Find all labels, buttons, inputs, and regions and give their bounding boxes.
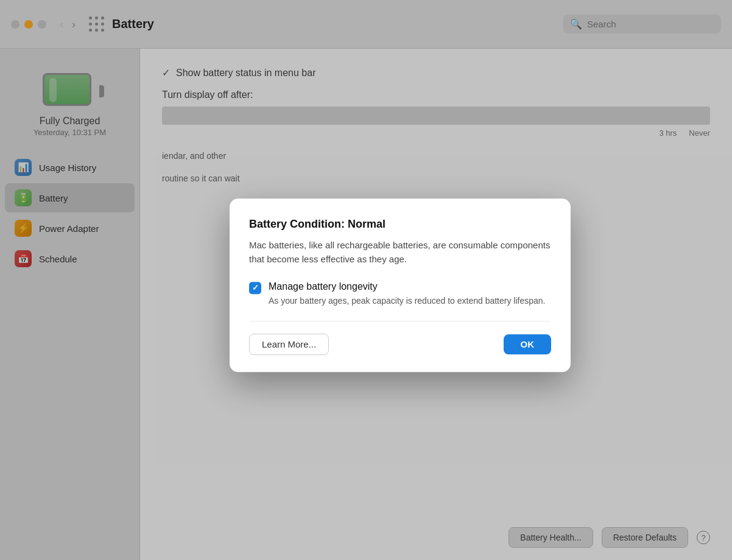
modal-title: Battery Condition: Normal bbox=[249, 218, 551, 231]
ok-button[interactable]: OK bbox=[504, 334, 552, 354]
main-window: ‹ › Battery 🔍 bbox=[0, 0, 732, 560]
checkbox-sublabel: As your battery ages, peak capacity is r… bbox=[269, 295, 551, 307]
learn-more-button[interactable]: Learn More... bbox=[249, 334, 329, 355]
manage-battery-row: ✓ Manage battery longevity As your batte… bbox=[249, 281, 551, 307]
modal-dialog: Battery Condition: Normal Mac batteries,… bbox=[230, 198, 571, 372]
checkbox-label: Manage battery longevity bbox=[269, 281, 551, 292]
modal-description: Mac batteries, like all rechargeable bat… bbox=[249, 238, 551, 267]
modal-footer: Learn More... OK bbox=[249, 334, 551, 355]
manage-battery-checkbox[interactable]: ✓ bbox=[249, 282, 261, 294]
checkbox-content: Manage battery longevity As your battery… bbox=[269, 281, 551, 307]
checkbox-check-icon: ✓ bbox=[252, 283, 259, 292]
modal-divider bbox=[249, 321, 551, 321]
